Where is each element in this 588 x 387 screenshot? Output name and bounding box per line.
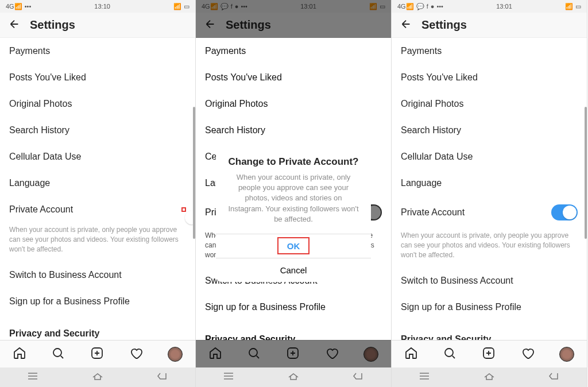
menu-softkey-icon[interactable]	[417, 371, 431, 383]
settings-item-posts-liked[interactable]: Posts You've Liked	[392, 64, 587, 91]
scrollbar[interactable]	[193, 107, 195, 239]
content-area: Payments Posts You've Liked Original Pho…	[392, 38, 587, 340]
facebook-icon: f	[427, 3, 428, 10]
back-softkey-icon[interactable]	[547, 371, 561, 383]
content-area: Payments Posts You've Liked Original Pho…	[196, 38, 391, 340]
ok-button[interactable]: OK	[216, 234, 371, 258]
settings-item-language[interactable]: Language	[0, 170, 195, 196]
battery-icon: ▭	[184, 3, 189, 10]
profile-avatar-icon[interactable]	[168, 347, 183, 362]
statusbar: 4G📶 💬 f ● ••• 13:01 📶 ▭	[196, 0, 391, 13]
svg-point-0	[53, 349, 61, 357]
private-account-label: Private Account	[9, 204, 73, 215]
header: Settings	[392, 13, 587, 38]
network-indicator: 4G📶	[202, 3, 218, 10]
settings-item-private-account[interactable]: Private Account	[392, 196, 587, 229]
page-title: Settings	[30, 18, 75, 32]
bottom-nav	[392, 340, 587, 367]
menu-softkey-icon[interactable]	[26, 371, 40, 383]
cancel-button[interactable]: Cancel	[216, 258, 371, 282]
settings-item-payments[interactable]: Payments	[196, 38, 391, 64]
home-icon[interactable]	[13, 346, 26, 362]
phone-screen-1: 4G📶 ••• 13:10 📶 ▭ Settings Payments Post…	[0, 0, 196, 387]
settings-item-search-history[interactable]: Search History	[196, 117, 391, 144]
section-privacy-security: Privacy and Security	[196, 320, 391, 340]
settings-item-signup-business[interactable]: Sign up for a Business Profile	[392, 294, 587, 320]
home-icon[interactable]	[404, 346, 418, 362]
section-privacy-security: Privacy and Security	[0, 315, 195, 340]
settings-item-cellular[interactable]: Cellular Data Use	[392, 144, 587, 170]
dots-icon: •••	[436, 3, 443, 10]
settings-item-posts-liked[interactable]: Posts You've Liked	[0, 64, 195, 91]
bottom-nav	[196, 340, 391, 367]
settings-item-payments[interactable]: Payments	[0, 38, 195, 64]
settings-item-switch-business[interactable]: Switch to Business Account	[0, 262, 195, 288]
back-softkey-icon[interactable]	[156, 371, 169, 383]
home-softkey-icon[interactable]	[482, 371, 496, 383]
network-indicator: 4G📶	[397, 3, 414, 10]
profile-avatar-icon[interactable]	[363, 347, 378, 362]
private-description: When your account is private, only peopl…	[392, 229, 587, 268]
header: Settings	[0, 13, 195, 38]
settings-item-cellular[interactable]: Cellular Data Use	[0, 144, 195, 170]
settings-item-private-account[interactable]: Private Account	[0, 196, 195, 223]
heart-icon[interactable]	[521, 346, 535, 362]
search-icon[interactable]	[247, 346, 261, 362]
content-area: Payments Posts You've Liked Original Pho…	[0, 38, 195, 340]
settings-item-switch-business[interactable]: Switch to Business Account	[392, 268, 587, 294]
settings-item-payments[interactable]: Payments	[392, 38, 587, 64]
back-arrow-icon[interactable]	[204, 18, 216, 33]
private-description: When your account is private, only peopl…	[0, 223, 195, 262]
scrollbar[interactable]	[585, 107, 587, 239]
search-icon[interactable]	[443, 346, 457, 362]
profile-avatar-icon[interactable]	[559, 347, 574, 362]
settings-item-search-history[interactable]: Search History	[0, 117, 195, 144]
settings-item-original-photos[interactable]: Original Photos	[392, 91, 587, 117]
page-title: Settings	[226, 18, 271, 32]
settings-item-original-photos[interactable]: Original Photos	[196, 91, 391, 117]
page-title: Settings	[421, 18, 467, 32]
back-arrow-icon[interactable]	[400, 18, 412, 33]
search-icon[interactable]	[51, 346, 65, 362]
home-icon[interactable]	[208, 346, 222, 362]
private-toggle[interactable]	[551, 204, 578, 220]
chat-icon: ●	[431, 3, 435, 10]
wifi-icon: 📶	[173, 3, 181, 10]
phone-screen-3: 4G📶 💬 f ● ••• 13:01 📶 ▭ Settings Payment…	[392, 0, 587, 387]
svg-point-4	[445, 349, 453, 357]
settings-item-posts-liked[interactable]: Posts You've Liked	[196, 64, 391, 91]
settings-item-signup-business[interactable]: Sign up for a Business Profile	[196, 294, 391, 320]
settings-item-language[interactable]: Language	[392, 170, 587, 196]
bottom-nav	[0, 340, 195, 367]
battery-icon: ▭	[575, 3, 581, 10]
home-softkey-icon[interactable]	[287, 371, 300, 383]
back-arrow-icon[interactable]	[8, 18, 21, 33]
facebook-icon: f	[231, 3, 233, 10]
settings-item-original-photos[interactable]: Original Photos	[0, 91, 195, 117]
clock: 13:01	[496, 3, 512, 10]
dots-icon: •••	[25, 3, 32, 10]
settings-item-search-history[interactable]: Search History	[392, 117, 587, 144]
chat-icon: ●	[235, 3, 239, 10]
softkeys	[392, 367, 587, 387]
heart-icon[interactable]	[325, 346, 339, 362]
header: Settings	[196, 13, 391, 38]
back-softkey-icon[interactable]	[351, 371, 365, 383]
phone-screen-2: 4G📶 💬 f ● ••• 13:01 📶 ▭ Settings Payment…	[196, 0, 392, 387]
add-icon[interactable]	[90, 346, 104, 362]
dots-icon: •••	[241, 3, 247, 10]
clock: 13:10	[94, 3, 110, 10]
wifi-icon: 📶	[369, 3, 377, 10]
private-account-label: Private Account	[401, 207, 465, 218]
heart-icon[interactable]	[129, 346, 143, 362]
network-indicator: 4G📶	[6, 3, 22, 10]
add-icon[interactable]	[286, 346, 300, 362]
menu-softkey-icon[interactable]	[222, 371, 235, 383]
statusbar: 4G📶 💬 f ● ••• 13:01 📶 ▭	[392, 0, 587, 13]
home-softkey-icon[interactable]	[91, 371, 105, 383]
settings-item-signup-business[interactable]: Sign up for a Business Profile	[0, 288, 195, 315]
dialog-title: Change to Private Account?	[216, 146, 371, 170]
wifi-icon: 📶	[565, 3, 573, 10]
messenger-icon: 💬	[416, 3, 424, 10]
add-icon[interactable]	[482, 346, 496, 362]
